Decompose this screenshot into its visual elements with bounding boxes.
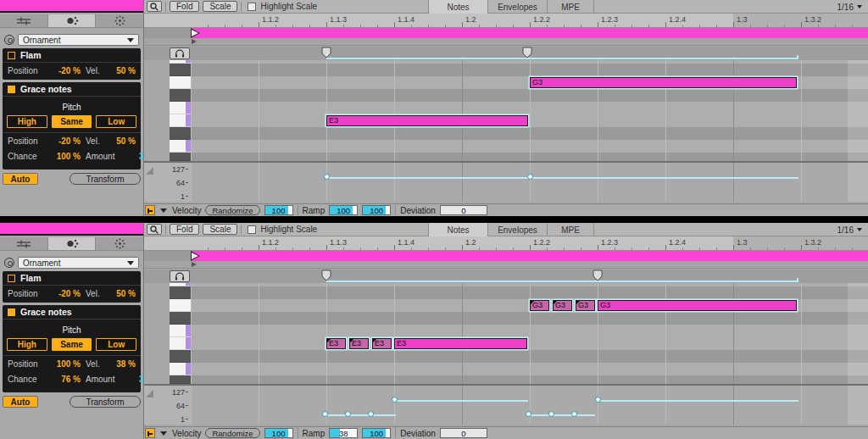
play-marker-icon[interactable] [192, 30, 198, 36]
tab-mpe[interactable]: MPE [547, 223, 594, 236]
velocity-point[interactable] [527, 174, 533, 180]
note-grid-area[interactable]: E3G3 [191, 60, 868, 161]
midi-note[interactable]: G3 [530, 77, 797, 88]
midi-note[interactable]: E3 [326, 338, 346, 349]
marker-lane[interactable] [144, 270, 868, 283]
auto-button[interactable]: Auto [3, 173, 38, 185]
clip-marker[interactable] [321, 270, 331, 281]
midi-note[interactable]: E3 [326, 115, 528, 126]
grace-position-value[interactable]: -20 % [48, 136, 81, 146]
midi-note[interactable]: E3 [349, 338, 369, 349]
device-selector[interactable]: Ornament [18, 34, 139, 46]
pitch-high-button[interactable]: High [7, 338, 47, 351]
lane-resize-handle[interactable] [146, 167, 153, 175]
device-selector[interactable]: Ornament [18, 257, 139, 269]
ruler[interactable]: 1.1.21.1.31.1.41.21.2.21.2.31.2.41.31.3.… [144, 14, 868, 28]
pitch-same-button[interactable]: Same [52, 115, 92, 128]
ramp-start-field[interactable]: 100 [329, 205, 358, 215]
tab-generate[interactable] [96, 14, 143, 27]
loop-bar[interactable] [144, 28, 868, 38]
highlight-scale-checkbox[interactable] [248, 225, 256, 234]
loop-region[interactable] [191, 28, 868, 38]
piano-key[interactable] [170, 114, 191, 127]
grid-size-chooser[interactable]: 1/16 [837, 223, 862, 236]
piano-key[interactable] [170, 363, 191, 375]
audition-button[interactable] [170, 270, 190, 282]
piano-key[interactable] [170, 325, 191, 337]
tab-mpe[interactable]: MPE [547, 0, 594, 14]
velocity-point[interactable] [548, 411, 554, 417]
grace-amount-value[interactable]: 3 [114, 152, 143, 161]
tab-envelopes[interactable]: Envelopes [487, 223, 547, 236]
marker-lane[interactable] [144, 47, 868, 60]
flam-vel-value[interactable]: 50 % [107, 66, 136, 75]
transform-button[interactable]: Transform [70, 173, 141, 185]
scale-button[interactable]: Scale [203, 224, 237, 235]
tab-expression[interactable] [0, 14, 48, 27]
ruler[interactable]: 1.1.21.1.31.1.41.21.2.21.2.31.2.41.31.3.… [144, 236, 868, 251]
piano-key[interactable] [170, 140, 191, 153]
ramp-start-field[interactable]: 38 [329, 428, 358, 438]
highlight-scale-checkbox[interactable] [248, 3, 256, 11]
clip-marker[interactable] [593, 270, 603, 281]
note-grid-area[interactable]: E3E3E3E3G3G3G3G3 [191, 283, 868, 384]
randomize-button[interactable]: Randomize [205, 428, 259, 438]
loop-region[interactable] [191, 251, 868, 261]
scrub-lane[interactable] [144, 38, 868, 46]
grace-notes-checkbox[interactable] [8, 86, 15, 93]
flam-checkbox[interactable] [8, 275, 15, 282]
flam-position-value[interactable]: -20 % [48, 289, 81, 298]
play-marker-icon[interactable] [192, 253, 198, 259]
randomize-button[interactable]: Randomize [205, 205, 259, 215]
deviation-field[interactable]: 0 [440, 205, 487, 215]
velocity-point[interactable] [526, 411, 531, 417]
transform-button[interactable]: Transform [70, 396, 141, 408]
tab-generate[interactable] [96, 237, 143, 250]
piano-key[interactable] [170, 153, 191, 161]
grace-chance-value[interactable]: 76 % [48, 375, 81, 384]
search-button[interactable] [147, 224, 162, 235]
lane-menu-button[interactable] [159, 208, 168, 213]
flam-vel-value[interactable]: 50 % [107, 289, 136, 298]
midi-note[interactable]: E3 [372, 338, 392, 349]
midi-note[interactable]: E3 [394, 338, 527, 349]
velocity-point[interactable] [322, 411, 328, 417]
flam-position-value[interactable]: -20 % [48, 66, 81, 75]
pitch-same-button[interactable]: Same [52, 338, 92, 351]
velocity-point[interactable] [392, 397, 398, 403]
hot-swap-icon[interactable] [4, 35, 14, 45]
audition-button[interactable] [170, 47, 190, 59]
pitch-low-button[interactable]: Low [96, 115, 136, 128]
piano-key[interactable] [170, 102, 191, 114]
clip-marker[interactable] [522, 47, 532, 58]
velocity-point[interactable] [324, 174, 330, 180]
piano-key[interactable] [170, 64, 191, 76]
tab-notes[interactable]: Notes [428, 0, 487, 14]
grace-notes-checkbox[interactable] [8, 308, 15, 316]
clip-marker[interactable] [321, 47, 331, 58]
velocity-grid[interactable] [191, 163, 868, 202]
grace-chance-value[interactable]: 100 % [48, 152, 81, 161]
piano-key[interactable] [170, 375, 191, 384]
fold-button[interactable]: Fold [170, 1, 199, 12]
piano-key[interactable] [170, 286, 191, 299]
velocity-point[interactable] [345, 411, 351, 417]
fold-button[interactable]: Fold [170, 224, 199, 235]
piano-key[interactable] [170, 312, 191, 325]
ramp-end-field[interactable]: 100 [362, 205, 391, 215]
piano-key[interactable] [170, 299, 191, 312]
piano-key[interactable] [170, 350, 191, 363]
velocity-point[interactable] [595, 397, 601, 403]
velocity-value-field[interactable]: 100 [264, 428, 293, 438]
lane-menu-button[interactable] [159, 431, 168, 436]
search-button[interactable] [147, 1, 162, 12]
grace-amount-value[interactable]: 3 [114, 375, 143, 384]
scrub-lane[interactable] [144, 261, 868, 269]
flam-checkbox[interactable] [8, 52, 15, 59]
scale-button[interactable]: Scale [203, 1, 237, 12]
auto-button[interactable]: Auto [3, 396, 38, 408]
hot-swap-icon[interactable] [4, 258, 14, 268]
deviation-field[interactable]: 0 [440, 428, 487, 438]
midi-note[interactable]: G3 [530, 300, 549, 311]
grace-vel-value[interactable]: 50 % [107, 136, 136, 146]
